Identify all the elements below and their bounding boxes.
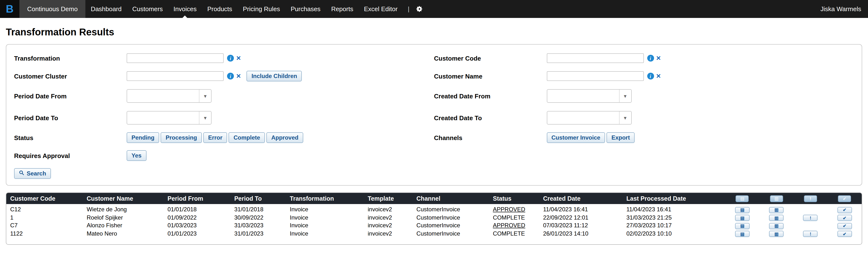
cell-customer-name: Wietze de Jong: [83, 204, 163, 214]
channels-label: Channels: [434, 134, 547, 141]
info-icon[interactable]: i: [227, 55, 234, 62]
search-button-label: Search: [27, 170, 46, 177]
cell-customer-code: 1122: [6, 229, 83, 238]
filter-column-left: Transformation i × Customer Cluster i × …: [14, 52, 434, 181]
approve-button[interactable]: ✔: [837, 231, 852, 237]
table-row: C12 Wietze de Jong 01/01/2018 31/01/2018…: [6, 204, 862, 214]
cell-template: invoicev2: [364, 204, 413, 214]
download-icon: ▥: [774, 231, 778, 236]
view-result-button[interactable]: ▤: [735, 207, 750, 213]
nav-item-excel-editor[interactable]: Excel Editor: [359, 0, 403, 18]
cell-customer-name: Mateo Nero: [83, 229, 163, 238]
nav-item-products[interactable]: Products: [202, 0, 238, 18]
download-invoice-button[interactable]: ▥: [769, 223, 783, 229]
cell-approve: ✔: [828, 204, 862, 214]
search-button[interactable]: Search: [14, 168, 51, 179]
channel-customer-invoice-button[interactable]: Customer Invoice: [547, 132, 605, 143]
view-result-button[interactable]: ▤: [735, 231, 750, 237]
nav-item-reports[interactable]: Reports: [326, 0, 359, 18]
status-complete-button[interactable]: Complete: [229, 132, 265, 143]
filter-row-status: Status Pending Processing Error Complete…: [14, 132, 434, 143]
nav-item-customers[interactable]: Customers: [127, 0, 168, 18]
created-date-to-label: Created Date To: [434, 114, 547, 121]
nav-item-pricing-rules[interactable]: Pricing Rules: [238, 0, 285, 18]
info-icon[interactable]: i: [647, 73, 654, 79]
warning-icon: !: [810, 231, 811, 236]
created-date-from-select[interactable]: ▾: [547, 89, 631, 103]
cell-download: ▥: [759, 214, 794, 221]
cell-transformation: Invoice: [286, 221, 364, 229]
nav-item-purchases[interactable]: Purchases: [285, 0, 326, 18]
approve-check-icon: ✔: [843, 208, 846, 212]
warnings-column-icon: !: [804, 195, 817, 202]
cell-last-processed-date: 31/03/2023 21:25: [622, 214, 725, 221]
user-name[interactable]: Jiska Warmels: [814, 0, 868, 18]
nav-item-invoices[interactable]: Invoices: [168, 0, 202, 18]
download-column-icon: ▥: [770, 195, 783, 202]
view-result-button[interactable]: ▤: [735, 223, 750, 229]
download-icon: ▥: [774, 208, 778, 212]
col-warnings-icon: !: [794, 193, 828, 204]
filter-row-search: Search: [14, 168, 434, 179]
period-date-to-label: Period Date To: [14, 114, 127, 121]
download-invoice-button[interactable]: ▥: [769, 207, 783, 213]
warnings-button[interactable]: !: [803, 215, 818, 221]
approve-button[interactable]: ✔: [837, 207, 852, 213]
download-invoice-button[interactable]: ▥: [769, 215, 783, 221]
app-root: B Continuous Demo Dashboard Customers In…: [0, 0, 868, 253]
transformation-label: Transformation: [14, 55, 127, 62]
chevron-down-icon: ▾: [619, 90, 631, 102]
filter-column-right: Customer Code i × Customer Name i × Crea…: [434, 52, 854, 181]
cell-warnings: !: [794, 214, 828, 221]
cell-period-to: 31/01/2018: [230, 204, 286, 214]
approve-button[interactable]: ✔: [837, 215, 852, 221]
info-icon[interactable]: i: [647, 55, 654, 62]
status-link[interactable]: APPROVED: [493, 222, 525, 229]
filter-row-created-date-to: Created Date To ▾: [434, 110, 854, 125]
channel-export-button[interactable]: Export: [607, 132, 634, 143]
col-template: Template: [364, 193, 413, 204]
view-result-button[interactable]: ▤: [735, 215, 750, 221]
nav-item-dashboard[interactable]: Dashboard: [85, 0, 127, 18]
customer-code-input[interactable]: [547, 53, 644, 63]
transformation-input[interactable]: [127, 53, 224, 63]
status-pending-button[interactable]: Pending: [127, 132, 159, 143]
environment-menu[interactable]: Continuous Demo: [20, 0, 85, 18]
clear-icon[interactable]: ×: [656, 72, 661, 80]
customer-name-input[interactable]: [547, 71, 644, 81]
status-link[interactable]: APPROVED: [493, 206, 525, 213]
col-created-date: Created Date: [539, 193, 622, 204]
col-customer-name: Customer Name: [83, 193, 163, 204]
created-date-to-select[interactable]: ▾: [547, 111, 631, 124]
cell-last-processed-date: 27/03/2023 10:17: [622, 221, 725, 229]
info-icon[interactable]: i: [227, 73, 234, 79]
status-processing-button[interactable]: Processing: [161, 132, 202, 143]
include-children-button[interactable]: Include Children: [247, 71, 302, 81]
warnings-button[interactable]: !: [803, 231, 818, 237]
customer-cluster-input[interactable]: [127, 71, 224, 81]
approve-button[interactable]: ✔: [837, 223, 852, 229]
period-date-from-select[interactable]: ▾: [127, 89, 212, 103]
filter-row-period-date-from: Period Date From ▾: [14, 88, 434, 104]
cell-view: ▤: [725, 204, 760, 214]
clear-icon[interactable]: ×: [236, 72, 241, 80]
cell-created-date: 07/03/2023 11:12: [539, 221, 622, 229]
status-error-button[interactable]: Error: [203, 132, 227, 143]
cell-last-processed-date: 11/04/2023 16:41: [622, 204, 725, 214]
col-view-icon: ▤: [725, 193, 760, 204]
download-invoice-button[interactable]: ▥: [769, 231, 783, 237]
clear-icon[interactable]: ×: [236, 54, 241, 62]
search-icon: [19, 170, 24, 177]
requires-approval-yes-button[interactable]: Yes: [127, 150, 146, 161]
period-date-to-select[interactable]: ▾: [127, 111, 212, 124]
app-logo[interactable]: B: [0, 0, 20, 18]
status-approved-button[interactable]: Approved: [267, 132, 303, 143]
clear-icon[interactable]: ×: [656, 54, 661, 62]
cell-view: ▤: [725, 221, 760, 229]
cell-download: ▥: [759, 221, 794, 229]
cell-customer-name: Alonzo Fisher: [83, 221, 163, 229]
cell-period-to: 31/01/2023: [230, 229, 286, 238]
view-column-icon: ▤: [736, 195, 749, 202]
settings-gear-icon[interactable]: [411, 0, 428, 18]
col-channel: Channel: [413, 193, 489, 204]
